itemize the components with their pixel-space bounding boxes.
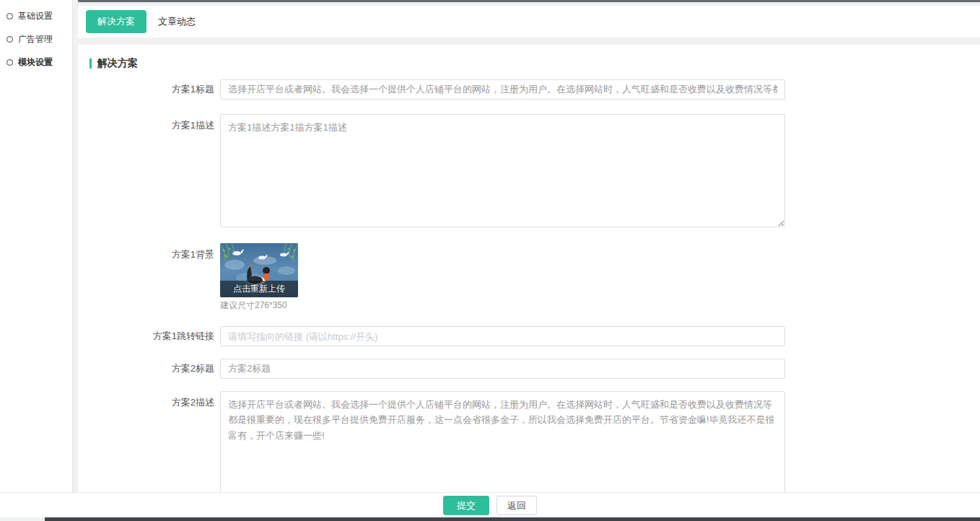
- plan1-desc-label: 方案1描述: [78, 114, 220, 230]
- plan1-desc-textarea[interactable]: 方案1描述方案1描方案1描述: [220, 114, 785, 227]
- plan1-bg-upload-thumbnail[interactable]: 点击重新上传: [220, 243, 298, 297]
- form-row-plan2-title: 方案2标题: [78, 359, 980, 379]
- form-footer: 提交 返回: [0, 492, 980, 517]
- sidebar: 基础设置 广告管理 模块设置: [0, 0, 73, 492]
- plan2-title-input[interactable]: [220, 359, 785, 379]
- size-hint: 建议尺寸276*350: [220, 299, 785, 312]
- sidebar-item-ad-management[interactable]: 广告管理: [0, 27, 72, 51]
- submit-button[interactable]: 提交: [443, 496, 489, 515]
- sidebar-item-module-settings[interactable]: 模块设置: [0, 51, 72, 74]
- radio-circle-icon: [6, 13, 13, 19]
- window-top-edge: [78, 0, 980, 2]
- plan2-desc-label: 方案2描述: [78, 391, 220, 492]
- form-row-plan1-link: 方案1跳转链接: [78, 326, 980, 346]
- radio-circle-icon: [6, 36, 13, 43]
- tab-solution[interactable]: 解决方案: [86, 10, 146, 33]
- back-button[interactable]: 返回: [496, 496, 537, 515]
- form-row-plan2-desc: 方案2描述 选择开店平台或者网站。我会选择一个提供个人店铺平台的网站，注册为用户…: [78, 391, 980, 492]
- plan1-link-input[interactable]: [220, 326, 785, 346]
- plan1-title-label: 方案1标题: [78, 83, 220, 96]
- tab-bar: 解决方案 文章动态: [78, 6, 980, 38]
- reupload-overlay-label[interactable]: 点击重新上传: [220, 281, 298, 297]
- form-row-plan1-background: 方案1背景: [78, 243, 980, 312]
- section-header: 解决方案: [89, 58, 980, 69]
- radio-circle-icon: [6, 59, 13, 66]
- plan1-title-input[interactable]: [220, 79, 785, 100]
- plan2-title-label: 方案2标题: [78, 362, 220, 375]
- sidebar-item-label: 广告管理: [18, 33, 53, 45]
- sidebar-item-basic-settings[interactable]: 基础设置: [0, 4, 72, 27]
- section-accent-bar: [89, 58, 92, 69]
- sidebar-item-label: 模块设置: [18, 56, 53, 69]
- plan1-link-label: 方案1跳转链接: [78, 330, 220, 343]
- solution-form-panel: 解决方案 方案1标题 方案1描述 方案1描述方案1描方案1描述 方案1背景: [78, 45, 980, 492]
- form-row-plan1-title: 方案1标题: [78, 79, 980, 100]
- tab-articles[interactable]: 文章动态: [149, 10, 204, 33]
- plan1-bg-label: 方案1背景: [78, 243, 220, 312]
- sidebar-item-label: 基础设置: [18, 10, 53, 22]
- plan2-desc-textarea[interactable]: 选择开店平台或者网站。我会选择一个提供个人店铺平台的网站，注册为用户。在选择网站…: [220, 391, 785, 492]
- form-row-plan1-desc: 方案1描述 方案1描述方案1描方案1描述: [78, 114, 980, 230]
- window-bottom-edge: [45, 517, 980, 521]
- section-title: 解决方案: [97, 57, 138, 70]
